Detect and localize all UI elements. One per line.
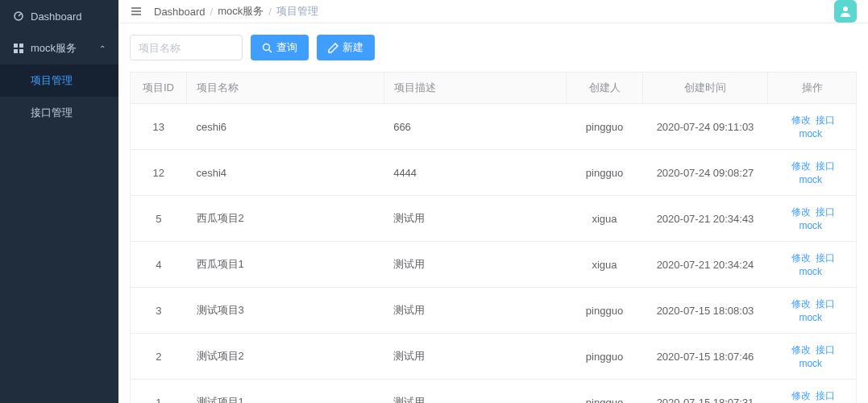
cell-op: 修改接口mock — [768, 196, 857, 242]
edit-link[interactable]: 修改 — [791, 160, 811, 172]
cell-creator: pingguo — [567, 380, 643, 403]
cell-creator: xigua — [567, 242, 643, 288]
cell-name: ceshi4 — [187, 150, 384, 196]
cell-name: 西瓜项目2 — [187, 196, 384, 242]
cell-time: 2020-07-24 09:11:03 — [643, 104, 768, 150]
table-row: 5西瓜项目2测试用xigua2020-07-21 20:34:43修改接口moc… — [131, 196, 857, 242]
th-creator: 创建人 — [567, 73, 643, 104]
crumb-current: 项目管理 — [276, 4, 318, 19]
svg-point-5 — [843, 6, 848, 11]
cell-creator: pingguo — [567, 334, 643, 380]
sidebar-item-dashboard[interactable]: Dashboard — [0, 0, 118, 32]
svg-rect-3 — [14, 49, 18, 53]
edit-link[interactable]: 修改 — [791, 298, 811, 310]
edit-link[interactable]: 修改 — [791, 344, 811, 355]
table-row: 1测试项目1测试用pingguo2020-07-15 18:07:31修改接口m… — [131, 380, 857, 403]
svg-rect-1 — [14, 44, 18, 48]
table-row: 12ceshi44444pingguo2020-07-24 09:08:27修改… — [131, 150, 857, 196]
cell-desc: 测试用 — [384, 288, 566, 334]
th-desc: 项目描述 — [384, 73, 566, 104]
cell-creator: xigua — [567, 196, 643, 242]
th-id: 项目ID — [131, 73, 187, 104]
cell-id: 2 — [131, 334, 187, 380]
main: Dashboard / mock服务 / 项目管理 查询 新建 项目ID 项目名… — [118, 0, 868, 403]
cell-op: 修改接口mock — [768, 380, 857, 403]
cell-id: 1 — [131, 380, 187, 403]
cell-id: 13 — [131, 104, 187, 150]
table-row: 2测试项目2测试用pingguo2020-07-15 18:07:46修改接口m… — [131, 334, 857, 380]
cell-name: 测试项目1 — [187, 380, 384, 403]
chevron-up-icon: ⌃ — [99, 44, 106, 53]
sidebar-label: mock服务 — [31, 41, 77, 56]
cell-op: 修改接口mock — [768, 150, 857, 196]
cell-desc: 666 — [384, 104, 566, 150]
separator: / — [268, 6, 272, 18]
cell-op: 修改接口mock — [768, 288, 857, 334]
cell-op: 修改接口mock — [768, 104, 857, 150]
cell-desc: 4444 — [384, 150, 566, 196]
cell-time: 2020-07-15 18:08:03 — [643, 288, 768, 334]
table-row: 13ceshi6666pingguo2020-07-24 09:11:03修改接… — [131, 104, 857, 150]
cell-id: 12 — [131, 150, 187, 196]
cell-desc: 测试用 — [384, 334, 566, 380]
sidebar: Dashboard mock服务 ⌃ 项目管理 接口管理 — [0, 0, 118, 403]
dashboard-icon — [13, 10, 24, 22]
cell-desc: 测试用 — [384, 242, 566, 288]
cell-id: 4 — [131, 242, 187, 288]
edit-link[interactable]: 修改 — [791, 390, 811, 401]
data-table: 项目ID 项目名称 项目描述 创建人 创建时间 操作 13ceshi6666pi… — [130, 72, 857, 403]
table-row: 4西瓜项目1测试用xigua2020-07-21 20:34:24修改接口moc… — [131, 242, 857, 288]
edit-link[interactable]: 修改 — [791, 252, 811, 264]
cell-creator: pingguo — [567, 104, 643, 150]
separator: / — [210, 6, 214, 18]
cell-time: 2020-07-15 18:07:31 — [643, 380, 768, 403]
cell-creator: pingguo — [567, 288, 643, 334]
cell-time: 2020-07-24 09:08:27 — [643, 150, 768, 196]
cell-name: 测试项目2 — [187, 334, 384, 380]
cell-name: ceshi6 — [187, 104, 384, 150]
sidebar-item-mock[interactable]: mock服务 ⌃ — [0, 32, 118, 64]
grid-icon — [13, 43, 24, 54]
create-button[interactable]: 新建 — [317, 35, 375, 60]
sidebar-sub-interface[interactable]: 接口管理 — [0, 97, 118, 129]
cell-time: 2020-07-21 20:34:43 — [643, 196, 768, 242]
table-row: 3测试项目3测试用pingguo2020-07-15 18:08:03修改接口m… — [131, 288, 857, 334]
th-name: 项目名称 — [187, 73, 384, 104]
toolbar: 查询 新建 — [130, 35, 857, 60]
crumb-mock[interactable]: mock服务 — [218, 4, 264, 19]
svg-point-6 — [264, 44, 270, 50]
cell-creator: pingguo — [567, 150, 643, 196]
th-op: 操作 — [768, 73, 857, 104]
cell-id: 5 — [131, 196, 187, 242]
cell-op: 修改接口mock — [768, 334, 857, 380]
cell-desc: 测试用 — [384, 196, 566, 242]
cell-time: 2020-07-21 20:34:24 — [643, 242, 768, 288]
cell-desc: 测试用 — [384, 380, 566, 403]
topbar: Dashboard / mock服务 / 项目管理 — [118, 0, 868, 23]
edit-link[interactable]: 修改 — [791, 206, 811, 218]
cell-time: 2020-07-15 18:07:46 — [643, 334, 768, 380]
sidebar-sub-project[interactable]: 项目管理 — [0, 64, 118, 97]
crumb-dashboard[interactable]: Dashboard — [154, 6, 206, 18]
svg-rect-2 — [19, 44, 23, 48]
avatar[interactable] — [834, 0, 857, 23]
search-input[interactable] — [130, 35, 243, 60]
svg-rect-4 — [19, 49, 23, 53]
edit-link[interactable]: 修改 — [791, 114, 811, 126]
breadcrumb: Dashboard / mock服务 / 项目管理 — [154, 4, 318, 19]
menu-toggle-icon[interactable] — [130, 5, 143, 18]
query-button[interactable]: 查询 — [251, 35, 309, 60]
cell-op: 修改接口mock — [768, 242, 857, 288]
sidebar-label: Dashboard — [31, 10, 82, 23]
cell-name: 西瓜项目1 — [187, 242, 384, 288]
cell-name: 测试项目3 — [187, 288, 384, 334]
cell-id: 3 — [131, 288, 187, 334]
th-time: 创建时间 — [643, 73, 768, 104]
content: 查询 新建 项目ID 项目名称 项目描述 创建人 创建时间 操作 13ceshi… — [118, 23, 868, 403]
